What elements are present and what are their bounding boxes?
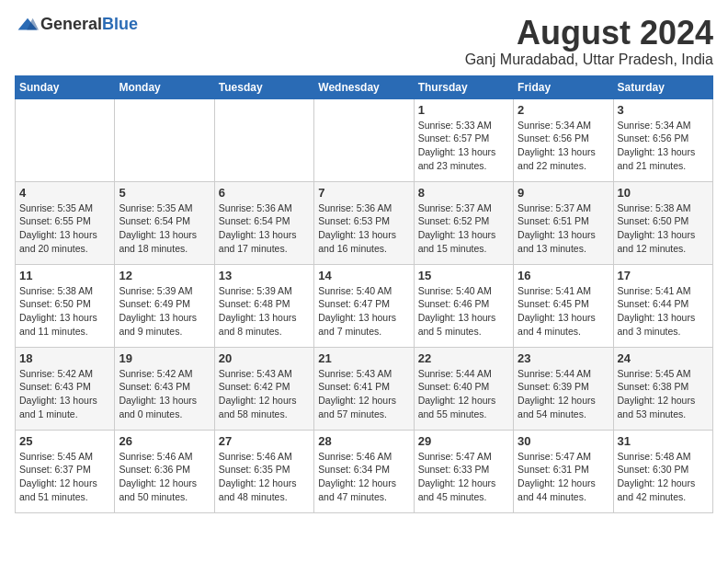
day-number: 15 [418,269,509,282]
day-info: Sunrise: 5:36 AM Sunset: 6:54 PM Dayligh… [219,201,310,256]
day-info: Sunrise: 5:48 AM Sunset: 6:30 PM Dayligh… [618,450,709,504]
day-info: Sunrise: 5:40 AM Sunset: 6:46 PM Dayligh… [418,284,509,339]
day-number: 6 [219,186,310,200]
day-info: Sunrise: 5:42 AM Sunset: 6:43 PM Dayligh… [119,367,210,421]
calendar-header: SundayMondayTuesdayWednesdayThursdayFrid… [16,75,713,98]
day-info: Sunrise: 5:35 AM Sunset: 6:55 PM Dayligh… [19,201,110,256]
page-header: GeneralBlue August 2024 Ganj Muradabad, … [15,15,713,68]
calendar-cell: 17Sunrise: 5:41 AM Sunset: 6:44 PM Dayli… [613,264,712,347]
day-info: Sunrise: 5:46 AM Sunset: 6:36 PM Dayligh… [119,450,210,504]
header-day-thursday: Thursday [414,75,513,98]
day-info: Sunrise: 5:47 AM Sunset: 6:33 PM Dayligh… [418,450,509,504]
day-number: 10 [618,186,709,200]
day-info: Sunrise: 5:38 AM Sunset: 6:50 PM Dayligh… [19,284,110,339]
day-number: 17 [618,269,709,282]
week-row-2: 4Sunrise: 5:35 AM Sunset: 6:55 PM Daylig… [16,181,713,264]
calendar-cell: 18Sunrise: 5:42 AM Sunset: 6:43 PM Dayli… [16,347,115,430]
header-day-sunday: Sunday [16,75,115,98]
day-number: 21 [318,351,409,365]
calendar-cell: 14Sunrise: 5:40 AM Sunset: 6:47 PM Dayli… [314,264,414,347]
calendar-cell: 22Sunrise: 5:44 AM Sunset: 6:40 PM Dayli… [414,347,513,430]
day-info: Sunrise: 5:44 AM Sunset: 6:39 PM Dayligh… [518,367,609,421]
day-info: Sunrise: 5:37 AM Sunset: 6:51 PM Dayligh… [518,201,609,256]
calendar-cell [214,98,313,181]
week-row-4: 18Sunrise: 5:42 AM Sunset: 6:43 PM Dayli… [16,347,713,430]
week-row-3: 11Sunrise: 5:38 AM Sunset: 6:50 PM Dayli… [16,264,713,347]
day-number: 27 [219,434,310,448]
calendar-cell: 29Sunrise: 5:47 AM Sunset: 6:33 PM Dayli… [414,430,513,512]
day-number: 22 [418,351,509,365]
day-info: Sunrise: 5:43 AM Sunset: 6:41 PM Dayligh… [318,367,409,421]
calendar-cell: 3Sunrise: 5:34 AM Sunset: 6:56 PM Daylig… [613,98,712,181]
day-info: Sunrise: 5:39 AM Sunset: 6:48 PM Dayligh… [219,284,310,339]
logo: GeneralBlue [15,15,138,34]
logo-icon [17,17,39,33]
calendar-cell: 1Sunrise: 5:33 AM Sunset: 6:57 PM Daylig… [414,98,513,181]
calendar-cell: 19Sunrise: 5:42 AM Sunset: 6:43 PM Dayli… [115,347,214,430]
day-number: 24 [618,351,709,365]
calendar-cell: 21Sunrise: 5:43 AM Sunset: 6:41 PM Dayli… [314,347,414,430]
location-subtitle: Ganj Muradabad, Uttar Pradesh, India [465,52,713,68]
calendar-cell: 30Sunrise: 5:47 AM Sunset: 6:31 PM Dayli… [514,430,613,512]
day-info: Sunrise: 5:45 AM Sunset: 6:37 PM Dayligh… [19,450,110,504]
day-number: 13 [219,269,310,282]
calendar-cell: 27Sunrise: 5:46 AM Sunset: 6:35 PM Dayli… [214,430,313,512]
calendar-table: SundayMondayTuesdayWednesdayThursdayFrid… [15,75,713,513]
calendar-cell [314,98,414,181]
header-day-saturday: Saturday [613,75,712,98]
day-info: Sunrise: 5:47 AM Sunset: 6:31 PM Dayligh… [518,450,609,504]
day-info: Sunrise: 5:33 AM Sunset: 6:57 PM Dayligh… [418,119,509,173]
day-number: 16 [518,269,609,282]
day-number: 30 [518,434,609,448]
calendar-cell: 10Sunrise: 5:38 AM Sunset: 6:50 PM Dayli… [613,181,712,264]
title-area: August 2024 Ganj Muradabad, Uttar Prades… [465,15,713,68]
day-number: 12 [119,269,210,282]
calendar-cell: 8Sunrise: 5:37 AM Sunset: 6:52 PM Daylig… [414,181,513,264]
week-row-1: 1Sunrise: 5:33 AM Sunset: 6:57 PM Daylig… [16,98,713,181]
calendar-cell: 20Sunrise: 5:43 AM Sunset: 6:42 PM Dayli… [214,347,313,430]
day-info: Sunrise: 5:36 AM Sunset: 6:53 PM Dayligh… [318,201,409,256]
calendar-cell: 9Sunrise: 5:37 AM Sunset: 6:51 PM Daylig… [514,181,613,264]
day-number: 28 [318,434,409,448]
day-number: 7 [318,186,409,200]
day-info: Sunrise: 5:45 AM Sunset: 6:38 PM Dayligh… [618,367,709,421]
header-day-tuesday: Tuesday [214,75,313,98]
day-number: 5 [119,186,210,200]
day-number: 8 [418,186,509,200]
month-year-title: August 2024 [465,15,713,52]
day-info: Sunrise: 5:42 AM Sunset: 6:43 PM Dayligh… [19,367,110,421]
calendar-cell: 13Sunrise: 5:39 AM Sunset: 6:48 PM Dayli… [214,264,313,347]
header-day-monday: Monday [115,75,214,98]
day-number: 31 [618,434,709,448]
logo-text-general: General [40,15,102,33]
day-info: Sunrise: 5:34 AM Sunset: 6:56 PM Dayligh… [618,119,709,173]
calendar-cell: 26Sunrise: 5:46 AM Sunset: 6:36 PM Dayli… [115,430,214,512]
calendar-cell: 4Sunrise: 5:35 AM Sunset: 6:55 PM Daylig… [16,181,115,264]
calendar-cell: 2Sunrise: 5:34 AM Sunset: 6:56 PM Daylig… [514,98,613,181]
day-info: Sunrise: 5:37 AM Sunset: 6:52 PM Dayligh… [418,201,509,256]
header-day-wednesday: Wednesday [314,75,414,98]
day-number: 9 [518,186,609,200]
day-number: 11 [19,269,110,282]
header-day-friday: Friday [514,75,613,98]
calendar-cell [16,98,115,181]
day-number: 19 [119,351,210,365]
header-row: SundayMondayTuesdayWednesdayThursdayFrid… [16,75,713,98]
day-number: 20 [219,351,310,365]
day-number: 23 [518,351,609,365]
calendar-cell: 25Sunrise: 5:45 AM Sunset: 6:37 PM Dayli… [16,430,115,512]
day-info: Sunrise: 5:39 AM Sunset: 6:49 PM Dayligh… [119,284,210,339]
calendar-cell: 31Sunrise: 5:48 AM Sunset: 6:30 PM Dayli… [613,430,712,512]
calendar-body: 1Sunrise: 5:33 AM Sunset: 6:57 PM Daylig… [16,98,713,512]
calendar-cell: 28Sunrise: 5:46 AM Sunset: 6:34 PM Dayli… [314,430,414,512]
day-info: Sunrise: 5:40 AM Sunset: 6:47 PM Dayligh… [318,284,409,339]
day-info: Sunrise: 5:44 AM Sunset: 6:40 PM Dayligh… [418,367,509,421]
day-number: 14 [318,269,409,282]
week-row-5: 25Sunrise: 5:45 AM Sunset: 6:37 PM Dayli… [16,430,713,512]
calendar-cell: 5Sunrise: 5:35 AM Sunset: 6:54 PM Daylig… [115,181,214,264]
day-info: Sunrise: 5:35 AM Sunset: 6:54 PM Dayligh… [119,201,210,256]
day-number: 2 [518,103,609,117]
calendar-cell: 6Sunrise: 5:36 AM Sunset: 6:54 PM Daylig… [214,181,313,264]
calendar-cell: 24Sunrise: 5:45 AM Sunset: 6:38 PM Dayli… [613,347,712,430]
day-info: Sunrise: 5:34 AM Sunset: 6:56 PM Dayligh… [518,119,609,173]
